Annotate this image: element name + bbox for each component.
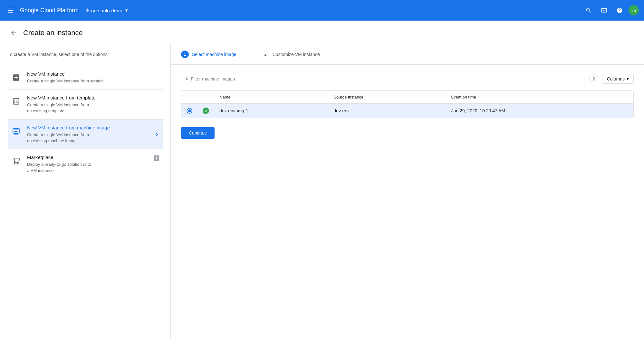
step-2[interactable]: 2 Customize VM instance	[262, 51, 320, 58]
option-icon-marketplace	[10, 155, 22, 167]
option-title-marketplace: Marketplace	[27, 155, 148, 160]
row-status-cell	[197, 104, 214, 118]
step-1[interactable]: 1 Select machine image	[181, 51, 236, 58]
row-name: dev-env-img-1	[214, 104, 328, 118]
project-dot-icon: ❖	[85, 7, 89, 13]
row-radio-cell[interactable]	[181, 104, 197, 118]
source-instance-column-header: Source instance	[328, 91, 446, 104]
option-item-new-vm-machine-image[interactable]: New VM instance from machine image Creat…	[8, 120, 163, 149]
filter-help-button[interactable]: ?	[589, 74, 598, 83]
option-title-new-vm: New VM instance	[27, 71, 160, 77]
table-body: dev-env-img-1 dev-env Jan 29, 2020, 10:2…	[181, 104, 633, 118]
option-text-marketplace: Marketplace Deploy a ready-to-go solutio…	[27, 155, 148, 174]
step-2-number: 2	[262, 51, 269, 58]
name-sort-icon: ↑	[233, 95, 235, 99]
machine-images-table: Name ↑ Source instance Creation time dev…	[181, 90, 634, 118]
option-title-new-vm-template: New VM instance from template	[27, 95, 160, 100]
option-text-new-vm-machine-image: New VM instance from machine image Creat…	[27, 125, 149, 144]
option-text-new-vm: New VM instance Create a single VM insta…	[27, 71, 160, 84]
option-icon-new-vm	[10, 72, 22, 83]
step-1-number: 1	[181, 51, 189, 58]
status-ok-icon	[203, 108, 209, 114]
columns-chevron-icon: ▾	[627, 76, 629, 81]
row-radio-button[interactable]	[187, 108, 192, 114]
table-row[interactable]: dev-env-img-1 dev-env Jan 29, 2020, 10:2…	[181, 104, 633, 118]
project-name: gce-arilg-demo	[91, 8, 123, 13]
project-chevron-icon: ▾	[125, 7, 128, 13]
right-content: ≡ ? Columns ▾ Name	[171, 65, 644, 148]
hamburger-menu-icon[interactable]: ☰	[5, 4, 16, 17]
left-panel-intro: To create a VM instance, select one of t…	[8, 52, 163, 57]
search-button[interactable]	[582, 4, 595, 17]
step-2-label: Customize VM instance	[273, 52, 320, 57]
marketplace-external-icon	[153, 155, 160, 163]
app-logo: Google Cloud Platform	[20, 7, 79, 14]
option-item-new-vm-template[interactable]: New VM instance from template Create a s…	[8, 90, 163, 120]
project-selector[interactable]: ❖ gce-arilg-demo ▾	[85, 7, 128, 13]
option-desc-new-vm: Create a single VM instance from scratch	[27, 78, 160, 84]
option-text-new-vm-template: New VM instance from template Create a s…	[27, 95, 160, 114]
help-button[interactable]	[613, 4, 626, 17]
option-icon-new-vm-template	[10, 96, 22, 107]
row-source-instance: dev-env	[328, 104, 446, 118]
columns-button[interactable]: Columns ▾	[602, 74, 634, 84]
top-navigation: ☰ Google Cloud Platform ❖ gce-arilg-demo…	[0, 0, 644, 21]
option-arrow-new-vm-machine-image	[154, 131, 160, 138]
option-desc-marketplace: Deploy a ready-to-go solution ontoa VM i…	[27, 161, 148, 174]
option-item-marketplace[interactable]: Marketplace Deploy a ready-to-go solutio…	[8, 149, 163, 179]
option-icon-new-vm-machine-image	[10, 126, 22, 137]
continue-button[interactable]: Continue	[181, 127, 215, 139]
user-avatar[interactable]: 25	[629, 5, 639, 15]
step-1-label: Select machine image	[192, 52, 236, 57]
main-content: To create a VM instance, select one of t…	[0, 44, 644, 338]
status-column-header	[197, 91, 214, 104]
creation-time-column-header: Creation time	[446, 91, 633, 104]
back-button[interactable]	[8, 27, 19, 39]
option-desc-new-vm-machine-image: Create a single VM instance froman exist…	[27, 132, 149, 144]
columns-label: Columns	[607, 76, 625, 81]
options-list: New VM instance Create a single VM insta…	[8, 66, 163, 179]
option-item-new-vm[interactable]: New VM instance Create a single VM insta…	[8, 66, 163, 90]
right-panel: 1 Select machine image — 2 Customize VM …	[171, 44, 644, 338]
page-header: Create an instance	[0, 21, 644, 44]
option-desc-new-vm-template: Create a single VM instance froman exist…	[27, 102, 160, 114]
name-column-header[interactable]: Name ↑	[214, 91, 328, 104]
filter-row: ≡ ? Columns ▾	[181, 74, 634, 84]
select-column-header	[181, 91, 197, 104]
filter-icon: ≡	[185, 76, 188, 82]
table-header-row: Name ↑ Source instance Creation time	[181, 91, 633, 104]
page-title: Create an instance	[23, 29, 83, 37]
filter-input-wrapper[interactable]: ≡	[181, 74, 585, 84]
terminal-button[interactable]	[598, 4, 610, 17]
topnav-actions: 25	[582, 4, 639, 17]
step-header: 1 Select machine image — 2 Customize VM …	[171, 44, 644, 65]
left-panel: To create a VM instance, select one of t…	[0, 44, 171, 338]
option-title-new-vm-machine-image: New VM instance from machine image	[27, 125, 149, 130]
filter-input[interactable]	[191, 76, 581, 81]
row-creation-time: Jan 29, 2020, 10:20:47 AM	[446, 104, 633, 118]
step-divider: —	[247, 52, 251, 57]
